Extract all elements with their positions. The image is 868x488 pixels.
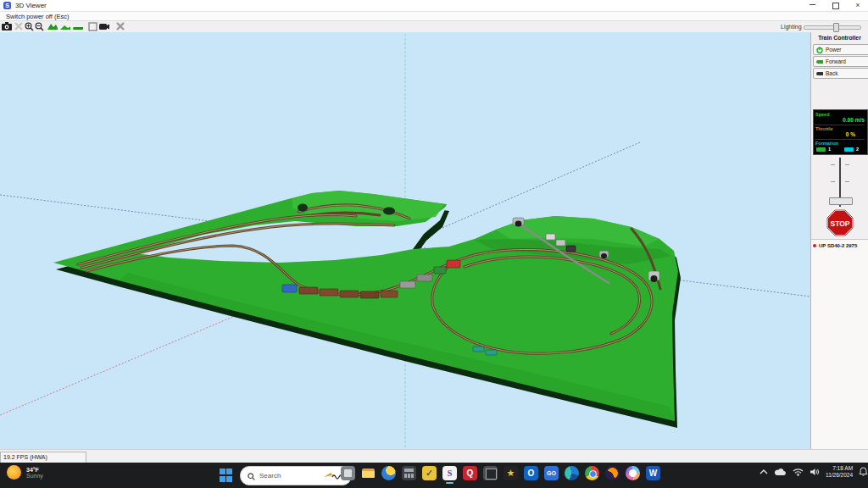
media-star-icon[interactable]: ★: [504, 466, 518, 480]
stop-button[interactable]: STOP: [826, 209, 854, 240]
terrain-flat-button[interactable]: [73, 21, 83, 31]
throttle-slider[interactable]: [831, 158, 849, 207]
throttle-slider-thumb[interactable]: [829, 197, 853, 205]
scarm-app-icon: S: [3, 2, 11, 9]
taskbar-apps: ✓ S Q ★ O GO W: [341, 466, 660, 480]
app-window: S 3D Viewer × Switch power off (Esc): [0, 0, 868, 488]
3d-scene: [0, 32, 810, 449]
forward-label: Forward: [826, 58, 846, 64]
copilot-icon[interactable]: [626, 466, 640, 480]
wagon-count-icon: [844, 147, 854, 152]
power-icon: [816, 47, 823, 53]
tray-time: 7:18 AM: [826, 465, 853, 472]
sun-icon: [7, 465, 21, 480]
title-bar[interactable]: S 3D Viewer ×: [0, 0, 868, 12]
volume-icon[interactable]: [810, 468, 820, 476]
speed-value: 0.00 m/s: [843, 117, 865, 123]
speed-label: Speed: [815, 112, 830, 117]
outlook-icon[interactable]: O: [524, 466, 538, 480]
svg-text:STOP: STOP: [831, 219, 850, 228]
word-icon[interactable]: W: [646, 466, 660, 480]
toolbar: Lighting: [0, 21, 868, 33]
lighting-slider-thumb[interactable]: [833, 23, 839, 32]
tray-chevron-icon[interactable]: [760, 469, 768, 475]
chrome-icon[interactable]: [585, 466, 599, 480]
back-icon: [816, 70, 823, 77]
close-tool-button[interactable]: [115, 21, 125, 31]
train-controller-panel: Train Controller Power Forward Back Spee…: [811, 32, 868, 449]
onedrive-cloud-icon[interactable]: [774, 468, 787, 476]
minimize-button[interactable]: [802, 0, 822, 11]
search-placeholder: Search: [259, 472, 318, 480]
fps-counter: 19.2 FPS (HWA): [0, 452, 86, 463]
close-button[interactable]: ×: [848, 0, 868, 11]
terrain-low-button[interactable]: [60, 21, 70, 31]
app-window-icon[interactable]: [483, 466, 498, 480]
throttle-label: Throttle: [815, 126, 832, 131]
notification-bell-icon[interactable]: [859, 467, 868, 477]
menu-bar: Switch power off (Esc): [0, 12, 868, 21]
security-check-icon[interactable]: ✓: [422, 466, 437, 480]
train-name: UP SD40-2 2975: [819, 243, 857, 248]
back-button[interactable]: Back: [813, 68, 868, 79]
calculator-icon[interactable]: [402, 466, 416, 480]
train-status-dot: [813, 244, 816, 247]
status-bar: 19.2 FPS (HWA): [0, 449, 868, 463]
back-label: Back: [826, 70, 837, 76]
window-title: 3D Viewer: [15, 2, 47, 9]
search-icon: [248, 469, 255, 484]
lighting-slider[interactable]: [804, 25, 861, 30]
weather-condition: Sunny: [26, 473, 43, 479]
wifi-icon[interactable]: [793, 468, 804, 476]
wagon-count: 2: [856, 147, 859, 152]
loco-count: 1: [828, 147, 831, 152]
taskbar: 34°F Sunny Search ✓ S Q ★ O GO: [0, 463, 868, 488]
system-tray: 7:18 AM 11/26/2024: [760, 465, 868, 479]
firefox-icon[interactable]: [605, 466, 620, 480]
cut-button[interactable]: [14, 21, 24, 31]
quicken-icon[interactable]: Q: [463, 466, 477, 480]
formation-label: Formation: [815, 141, 838, 146]
train-list-item[interactable]: UP SD40-2 2975: [811, 240, 868, 252]
speed-display: Speed 0.00 m/s Throttle 0 % Formation 1 …: [813, 109, 868, 155]
throttle-value: 0 %: [846, 131, 855, 137]
screenshot-button[interactable]: [2, 21, 12, 31]
terrain-high-button[interactable]: [47, 21, 58, 31]
scarm-app-icon[interactable]: S: [442, 466, 457, 480]
search-box[interactable]: Search: [240, 466, 352, 485]
maximize-button[interactable]: [826, 0, 846, 11]
loco-count-icon: [816, 147, 826, 152]
forward-button[interactable]: Forward: [813, 56, 868, 67]
lighting-label: Lighting: [781, 24, 802, 30]
file-explorer-icon[interactable]: [361, 466, 376, 480]
power-label: Power: [826, 47, 841, 53]
3d-viewport[interactable]: [0, 32, 810, 449]
task-view-icon[interactable]: [341, 466, 355, 480]
edge-icon[interactable]: [565, 466, 579, 480]
clock[interactable]: 7:18 AM 11/26/2024: [826, 465, 853, 479]
photos-icon[interactable]: GO: [544, 466, 559, 480]
tray-date: 11/26/2024: [826, 472, 853, 479]
terrain: [53, 191, 681, 428]
forward-icon: [816, 58, 823, 65]
power-button[interactable]: Power: [813, 44, 868, 55]
weather-app-icon[interactable]: [381, 466, 396, 480]
weather-widget[interactable]: 34°F Sunny: [7, 465, 43, 480]
record-video-button[interactable]: [99, 21, 109, 31]
weather-temperature: 34°F: [26, 467, 43, 473]
active-app-indicator: [446, 482, 453, 484]
start-button[interactable]: [220, 469, 233, 482]
frame-view-button[interactable]: [87, 21, 97, 31]
zoom-in-button[interactable]: [24, 21, 34, 31]
train-list: UP SD40-2 2975: [811, 239, 868, 450]
menu-switch-power-off[interactable]: Switch power off (Esc): [3, 12, 71, 21]
panel-title: Train Controller: [811, 35, 868, 41]
zoom-out-button[interactable]: [34, 21, 44, 31]
